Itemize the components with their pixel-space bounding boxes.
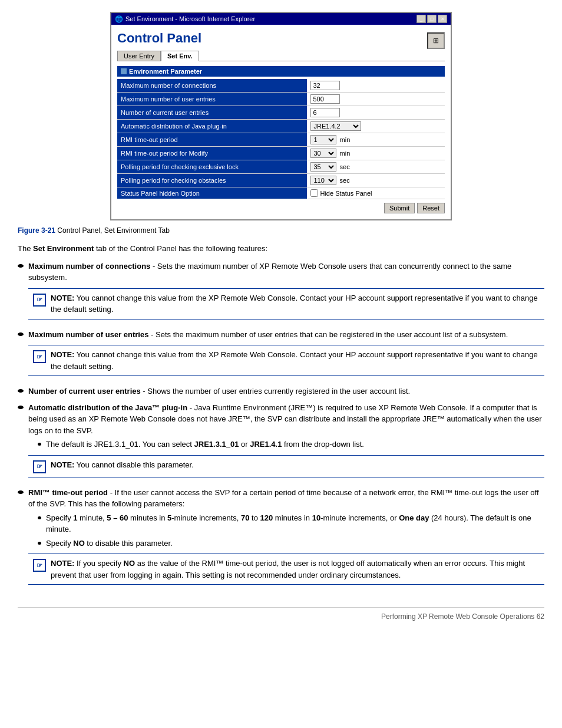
table-row: Maximum number of user entries: [117, 93, 445, 106]
rmi-timeout-subbullet-1: Specify 1 minute, 5 – 60 minutes in 5-mi…: [46, 512, 544, 535]
obstacles-select[interactable]: 100110120: [310, 176, 336, 185]
table-row: Status Panel hidden Option Hide Status P…: [117, 187, 445, 199]
java-plugin-select[interactable]: JRE1.3.1_01 JRE1.4.1 JRE1.4.2: [310, 121, 361, 131]
excl-lock-unit: sec: [340, 163, 350, 170]
feature-bold-java-plugin: Automatic distribution of the Java™ plug…: [28, 403, 187, 412]
param-value-rmi-modify: 15103060 min: [307, 147, 445, 160]
maximize-button[interactable]: □: [427, 15, 437, 23]
java-plugin-subbullets: The default is JRE1.3.1_01. You can sele…: [38, 439, 544, 450]
list-item: Specify NO to disable this parameter.: [38, 538, 544, 549]
feature-bold-current-user-entries: Number of current user entries: [28, 387, 141, 396]
window-title: Set Environment - Microsoft Internet Exp…: [125, 15, 255, 22]
note-text-java-plugin: NOTE: You cannot disable this parameter.: [51, 459, 194, 471]
current-user-entries-input[interactable]: [310, 108, 340, 117]
rmi-modify-select[interactable]: 15103060: [310, 149, 336, 158]
rmi-timeout-select[interactable]: 15103060: [310, 135, 336, 144]
tab-user-entry[interactable]: User Entry: [117, 51, 161, 61]
sub-bullet-icon: [38, 516, 41, 519]
note-icon: ☞: [33, 460, 46, 473]
control-panel-title: Control Panel: [117, 31, 201, 46]
note-text-max-connections: NOTE: You cannot change this value from …: [51, 292, 540, 315]
feature-bold-max-connections: Maximum number of connections: [28, 262, 150, 271]
param-label-obstacles: Polling period for checking obstacles: [117, 174, 307, 187]
panel-icon: ⊞: [427, 32, 445, 49]
param-label-excl-lock: Polling period for checking exclusive lo…: [117, 160, 307, 174]
param-label-rmi-modify: RMI time-out period for Modify: [117, 147, 307, 160]
excl-lock-select[interactable]: 30354045: [310, 162, 336, 172]
status-panel-label: Hide Status Panel: [320, 190, 372, 197]
figure-caption: Figure 3-21 Control Panel, Set Environme…: [18, 226, 544, 235]
body-intro: The Set Environment tab of the Control P…: [18, 243, 544, 255]
window-title-icon: 🌐: [115, 15, 123, 23]
section-header: Environment Parameter: [117, 66, 445, 77]
rmi-modify-unit: min: [340, 150, 351, 157]
table-row: Number of current user entries: [117, 106, 445, 120]
table-row: RMI time-out period 15103060 min: [117, 133, 445, 147]
param-value-max-user-entries: [307, 93, 445, 106]
rmi-timeout-subbullets: Specify 1 minute, 5 – 60 minutes in 5-mi…: [38, 512, 544, 549]
table-row: Automatic distribution of Java plug-in J…: [117, 120, 445, 133]
param-value-java-plugin: JRE1.3.1_01 JRE1.4.1 JRE1.4.2: [307, 120, 445, 133]
note-java-plugin: ☞ NOTE: You cannot disable this paramete…: [28, 455, 544, 477]
param-value-status-panel: Hide Status Panel: [307, 187, 445, 199]
feature-bold-max-user-entries: Maximum number of user entries: [28, 330, 148, 339]
reset-button[interactable]: Reset: [417, 203, 445, 213]
list-item-rmi-timeout: RMI™ time-out period - If the user canno…: [18, 487, 544, 590]
note-icon: ☞: [33, 350, 46, 363]
param-label-current-user-entries: Number of current user entries: [117, 106, 307, 120]
feature-bold-rmi-timeout: RMI™ time-out period: [28, 488, 108, 497]
title-buttons: _ □ ✕: [416, 15, 447, 23]
param-label-java-plugin: Automatic distribution of Java plug-in: [117, 120, 307, 133]
list-item-current-user-entries: Number of current user entries - Shows t…: [18, 386, 544, 397]
window-titlebar: 🌐 Set Environment - Microsoft Internet E…: [111, 13, 451, 25]
section-icon: [121, 68, 127, 74]
page-footer: Performing XP Remote Web Console Operati…: [18, 607, 544, 621]
param-value-max-connections: [307, 79, 445, 93]
rmi-timeout-subbullet-2: Specify NO to disable this parameter.: [46, 538, 173, 549]
table-row: Polling period for checking obstacles 10…: [117, 174, 445, 187]
rmi-timeout-unit: min: [340, 136, 351, 143]
note-max-connections: ☞ NOTE: You cannot change this value fro…: [28, 288, 544, 319]
bullet-icon: [18, 389, 24, 393]
param-value-rmi-timeout: 15103060 min: [307, 133, 445, 147]
param-label-rmi-timeout: RMI time-out period: [117, 133, 307, 147]
param-label-status-panel: Status Panel hidden Option: [117, 187, 307, 199]
feature-text-current-user-entries: - Shows the number of user entries curre…: [141, 387, 410, 396]
java-plugin-subbullet-1: The default is JRE1.3.1_01. You can sele…: [46, 439, 364, 450]
note-max-user-entries: ☞ NOTE: You cannot change this value fro…: [28, 345, 544, 376]
bullet-icon: [18, 406, 24, 409]
note-icon: ☞: [33, 559, 46, 572]
table-row: Polling period for checking exclusive lo…: [117, 160, 445, 174]
submit-button[interactable]: Submit: [384, 203, 415, 213]
params-table: Maximum number of connections Maximum nu…: [117, 79, 445, 199]
tab-set-env[interactable]: Set Env.: [161, 51, 199, 61]
tab-bar: User Entry Set Env.: [117, 51, 445, 61]
max-connections-input[interactable]: [310, 81, 340, 90]
list-item: Specify 1 minute, 5 – 60 minutes in 5-mi…: [38, 512, 544, 535]
window-container: 🌐 Set Environment - Microsoft Internet E…: [110, 12, 452, 220]
window-screenshot: 🌐 Set Environment - Microsoft Internet E…: [18, 12, 544, 220]
note-rmi-timeout: ☞ NOTE: If you specify NO as the value o…: [28, 554, 544, 585]
feature-text-max-user-entries: - Sets the maximum number of user entrie…: [148, 330, 508, 339]
param-value-excl-lock: 30354045 sec: [307, 160, 445, 174]
list-item-java-plugin: Automatic distribution of the Java™ plug…: [18, 402, 544, 482]
minimize-button[interactable]: _: [416, 15, 426, 23]
footer-text: Performing XP Remote Web Console Operati…: [381, 612, 544, 621]
close-button[interactable]: ✕: [438, 15, 447, 23]
list-item: The default is JRE1.3.1_01. You can sele…: [38, 439, 544, 450]
figure-number: Figure 3-21: [18, 226, 55, 235]
feature-list: Maximum number of connections - Sets the…: [18, 261, 544, 590]
param-label-max-user-entries: Maximum number of user entries: [117, 93, 307, 106]
obstacles-unit: sec: [340, 177, 350, 184]
param-value-current-user-entries: [307, 106, 445, 120]
sub-bullet-icon: [38, 542, 41, 545]
status-panel-checkbox[interactable]: [310, 189, 318, 197]
sub-bullet-icon: [38, 443, 41, 446]
bullet-icon: [18, 332, 24, 336]
window-body: Control Panel ⊞ User Entry Set Env. Envi…: [111, 25, 451, 219]
note-text-max-user-entries: NOTE: You cannot change this value from …: [51, 349, 540, 372]
note-icon: ☞: [33, 294, 46, 307]
max-user-entries-input[interactable]: [310, 94, 340, 104]
list-item-max-user-entries: Maximum number of user entries - Sets th…: [18, 329, 544, 381]
page: 🌐 Set Environment - Microsoft Internet E…: [0, 0, 562, 633]
